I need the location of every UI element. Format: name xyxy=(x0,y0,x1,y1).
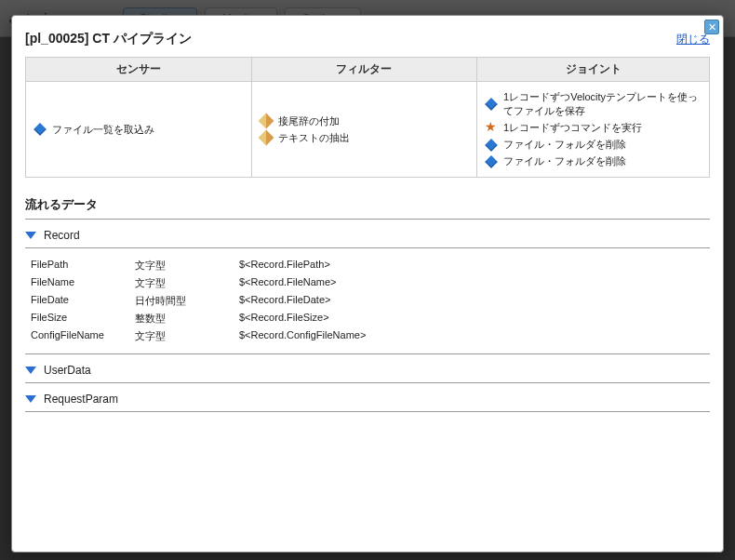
joint-item-label: 1レコードずつコマンドを実行 xyxy=(503,121,642,135)
joint-item-label: 1レコードずつVelocityテンプレートを使ってファイルを保存 xyxy=(503,90,702,118)
col-header-joint: ジョイント xyxy=(477,58,710,82)
diamond-icon xyxy=(33,123,47,136)
joint-item[interactable]: ファイル・フォルダを削除 xyxy=(485,138,702,152)
divider xyxy=(25,411,710,412)
star-icon xyxy=(485,122,498,135)
dialog-title: [pl_00025] CT パイプライン xyxy=(25,31,192,47)
field-value: $<Record.FileName> xyxy=(235,275,708,291)
field-type: 文字型 xyxy=(131,328,234,344)
joint-item[interactable]: ファイル・フォルダを削除 xyxy=(485,154,702,168)
field-type: 整数型 xyxy=(131,311,234,327)
joint-item-label: ファイル・フォルダを削除 xyxy=(503,138,626,152)
divider xyxy=(25,247,710,248)
filter-cell: 接尾辞の付加 テキストの抽出 xyxy=(251,82,477,178)
field-name: ConfigFileName xyxy=(27,328,129,344)
joint-item[interactable]: 1レコードずつVelocityテンプレートを使ってファイルを保存 xyxy=(485,90,702,118)
pipeline-columns-table: センサー フィルター ジョイント ファイル一覧を取込み 接尾辞の付加 xyxy=(25,57,710,178)
record-toggle-userdata[interactable]: UserData xyxy=(25,364,710,377)
field-name: FileDate xyxy=(27,293,129,309)
sensor-item-label: ファイル一覧を取込み xyxy=(52,123,154,137)
close-icon[interactable]: ✕ xyxy=(704,20,719,34)
pipeline-dialog: ✕ [pl_00025] CT パイプライン 閉じる センサー フィルター ジョ… xyxy=(11,15,724,553)
record-name: RequestParam xyxy=(44,393,118,406)
col-header-filter: フィルター xyxy=(251,58,477,82)
joint-item-label: ファイル・フォルダを削除 xyxy=(503,154,626,168)
diamond-icon xyxy=(485,155,498,168)
record-toggle-requestparam[interactable]: RequestParam xyxy=(25,393,710,406)
col-header-sensor: センサー xyxy=(26,58,252,82)
filter-item[interactable]: テキストの抽出 xyxy=(260,131,470,145)
filter-item[interactable]: 接尾辞の付加 xyxy=(260,114,470,128)
record-name: Record xyxy=(44,229,80,242)
field-type: 日付時間型 xyxy=(131,293,234,309)
pencil-icon xyxy=(258,130,274,146)
field-value: $<Record.FileSize> xyxy=(235,311,708,327)
diamond-icon xyxy=(485,98,498,111)
joint-cell: 1レコードずつVelocityテンプレートを使ってファイルを保存 1レコードずつ… xyxy=(477,82,710,178)
joint-item[interactable]: 1レコードずつコマンドを実行 xyxy=(485,121,702,135)
field-row: FilePath 文字型 $<Record.FilePath> xyxy=(27,258,708,273)
divider xyxy=(25,219,710,220)
field-value: $<Record.ConfigFileName> xyxy=(235,328,708,344)
diamond-icon xyxy=(485,139,498,152)
filter-item-label: 接尾辞の付加 xyxy=(278,114,340,128)
field-value: $<Record.FilePath> xyxy=(235,258,708,273)
field-name: FilePath xyxy=(27,258,129,273)
record-fields-table: FilePath 文字型 $<Record.FilePath> FileName… xyxy=(25,256,710,346)
field-row: FileSize 整数型 $<Record.FileSize> xyxy=(27,311,708,327)
record-toggle-record[interactable]: Record xyxy=(25,229,710,242)
field-type: 文字型 xyxy=(131,258,234,273)
field-row: FileName 文字型 $<Record.FileName> xyxy=(27,275,708,291)
field-value: $<Record.FileDate> xyxy=(235,293,708,309)
field-name: FileSize xyxy=(27,311,129,327)
flow-data-title: 流れるデータ xyxy=(25,196,710,213)
sensor-cell: ファイル一覧を取込み xyxy=(26,82,252,178)
filter-item-label: テキストの抽出 xyxy=(278,131,350,145)
divider xyxy=(25,353,710,354)
field-type: 文字型 xyxy=(131,275,234,291)
record-name: UserData xyxy=(44,364,91,377)
divider xyxy=(25,382,710,383)
triangle-down-icon xyxy=(25,395,36,403)
field-name: FileName xyxy=(27,275,129,291)
triangle-down-icon xyxy=(25,367,36,374)
triangle-down-icon xyxy=(25,232,36,239)
pencil-icon xyxy=(258,113,274,129)
field-row: FileDate 日付時間型 $<Record.FileDate> xyxy=(27,293,708,309)
field-row: ConfigFileName 文字型 $<Record.ConfigFileNa… xyxy=(27,328,708,344)
sensor-item[interactable]: ファイル一覧を取込み xyxy=(33,123,244,137)
